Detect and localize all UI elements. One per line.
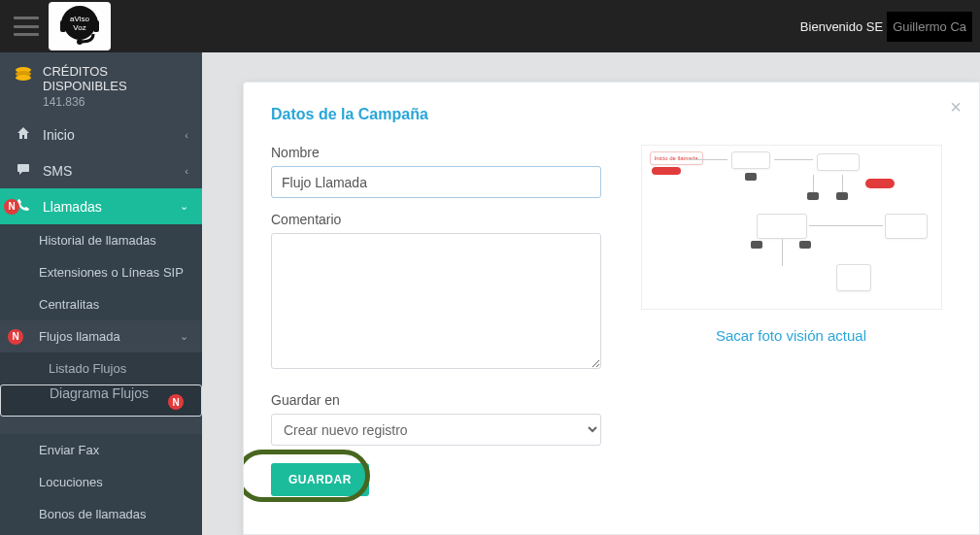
thumb-node <box>731 151 770 169</box>
new-badge: N <box>168 394 184 410</box>
sidebar: CRÉDITOS DISPONIBLES 141.836 Inicio ‹ SM… <box>0 52 202 535</box>
sidebar-item-listado-flujos[interactable]: Listado Flujos <box>0 352 202 385</box>
campaign-modal: × Datos de la Campaña Nombre Comentario … <box>243 82 980 535</box>
chevron-left-icon: ‹ <box>185 129 188 141</box>
coins-icon <box>14 66 33 86</box>
svg-rect-9 <box>17 164 29 172</box>
menu-toggle-icon[interactable] <box>14 17 39 36</box>
comentario-textarea[interactable] <box>271 233 601 369</box>
svg-text:Voz: Voz <box>73 23 85 32</box>
thumb-node-start: Inicio de llamada <box>650 151 703 165</box>
thumb-pill <box>865 179 895 188</box>
chevron-left-icon: ‹ <box>185 165 188 177</box>
sidebar-item-locuciones[interactable]: Locuciones <box>0 466 202 498</box>
chat-icon <box>14 162 33 179</box>
sidebar-item-diagrama-flujos[interactable]: Diagrama Flujos N <box>0 385 202 417</box>
user-name[interactable]: Guillermo Ca <box>887 12 972 42</box>
main-area: × Datos de la Campaña Nombre Comentario … <box>202 52 980 535</box>
thumb-node <box>836 264 871 291</box>
headset-logo-icon: aViso Voz <box>54 5 105 48</box>
credits-block: CRÉDITOS DISPONIBLES 141.836 <box>0 52 202 117</box>
sidebar-item-label: Flujos llamada <box>39 329 120 344</box>
svg-rect-2 <box>93 20 99 32</box>
credits-label: CRÉDITOS DISPONIBLES <box>43 64 188 93</box>
thumb-node <box>885 214 928 239</box>
guardar-button[interactable]: GUARDAR <box>271 463 369 496</box>
sidebar-item-llamadas[interactable]: N Llamadas ⌄ <box>0 188 202 224</box>
new-badge: N <box>8 329 23 345</box>
chevron-down-icon: ⌄ <box>180 200 188 213</box>
new-badge: N <box>4 199 19 215</box>
preview-column: Inicio de llamada <box>630 145 952 508</box>
sidebar-item-label: Diagrama Flujos <box>50 385 149 401</box>
sidebar-item-label: SMS <box>43 163 72 179</box>
thumb-node <box>757 214 807 239</box>
topbar: aViso Voz Bienvenido SE Guillermo Ca <box>0 0 980 52</box>
svg-rect-1 <box>60 20 66 32</box>
sidebar-item-inicio[interactable]: Inicio ‹ <box>0 117 202 152</box>
sidebar-item-historial[interactable]: Historial de llamadas <box>0 224 202 256</box>
thumb-pill <box>652 167 681 175</box>
sidebar-item-label: Llamadas <box>43 199 102 215</box>
svg-point-3 <box>77 39 83 45</box>
sidebar-item-label: Inicio <box>43 127 75 143</box>
snapshot-link[interactable]: Sacar foto visión actual <box>716 327 866 344</box>
nombre-input[interactable] <box>271 166 601 198</box>
nombre-label: Nombre <box>271 145 601 160</box>
svg-point-8 <box>16 75 31 81</box>
form-column: Nombre Comentario Guardar en Crear nuevo… <box>271 145 601 508</box>
thumb-node <box>817 153 860 171</box>
comentario-label: Comentario <box>271 212 601 227</box>
sidebar-item-tarifas[interactable]: Tarifas de llamadas <box>0 530 202 535</box>
chevron-down-icon: ⌄ <box>180 330 188 343</box>
sidebar-item-enviar-fax[interactable]: Enviar Fax <box>0 434 202 466</box>
close-icon[interactable]: × <box>950 96 962 118</box>
sidebar-item-centralitas[interactable]: Centralitas <box>0 288 202 320</box>
credits-value: 141.836 <box>43 95 188 109</box>
sidebar-item-sms[interactable]: SMS ‹ <box>0 152 202 188</box>
guardar-en-label: Guardar en <box>271 392 601 408</box>
modal-title: Datos de la Campaña <box>271 106 952 123</box>
sidebar-item-bonos[interactable]: Bonos de llamadas <box>0 498 202 530</box>
sidebar-item-extensiones[interactable]: Extensiones o Líneas SIP <box>0 256 202 288</box>
sidebar-item-flujos-llamada[interactable]: N Flujos llamada ⌄ <box>0 320 202 352</box>
welcome-text: Bienvenido SE Guillermo Ca <box>800 12 972 42</box>
home-icon <box>14 126 33 143</box>
flow-thumbnail: Inicio de llamada <box>641 145 942 310</box>
svg-text:aViso: aViso <box>70 15 89 23</box>
guardar-en-select[interactable]: Crear nuevo registro <box>271 414 601 446</box>
logo[interactable]: aViso Voz <box>49 2 111 50</box>
